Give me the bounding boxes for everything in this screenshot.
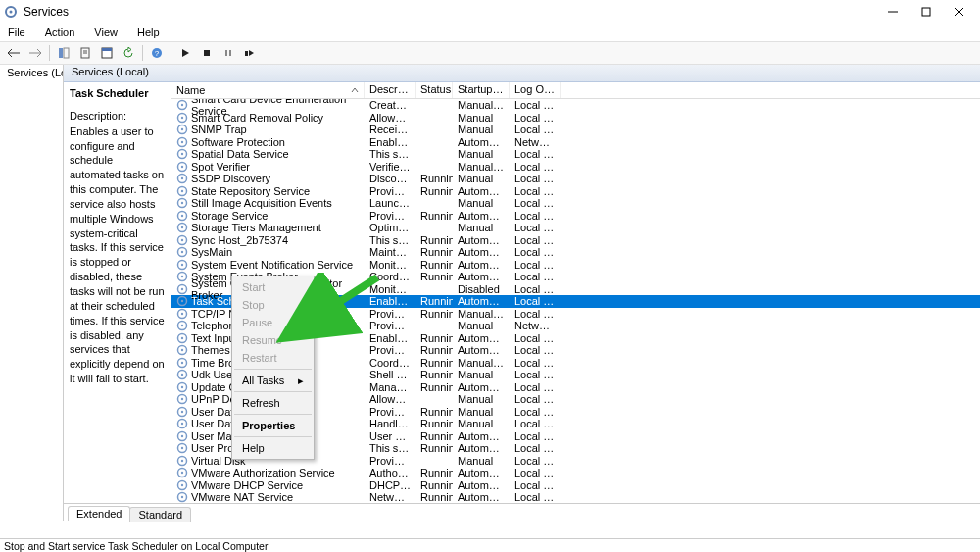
- service-startup: Automatic: [453, 467, 510, 478]
- service-startup: Automatic (…: [453, 210, 510, 222]
- svg-point-78: [181, 447, 183, 449]
- service-description: Shell comp…: [365, 369, 416, 380]
- svg-point-48: [181, 264, 183, 266]
- service-row[interactable]: Storage ServiceProvides en…RunningAutoma…: [172, 210, 980, 223]
- service-name: SNMP Trap: [191, 124, 247, 135]
- service-row[interactable]: VMware DHCP ServiceDHCP servic…RunningAu…: [172, 479, 980, 492]
- close-button[interactable]: [953, 5, 966, 19]
- svg-point-54: [181, 300, 183, 302]
- service-status: Running: [416, 295, 453, 307]
- show-hide-tree-button[interactable]: [54, 44, 74, 62]
- service-description: Launches a…: [365, 197, 416, 209]
- ctx-properties[interactable]: Properties: [232, 417, 314, 434]
- service-row[interactable]: Spatial Data ServiceThis service …Manual…: [172, 148, 980, 161]
- service-status: Running: [416, 332, 453, 344]
- service-logon: Local Syst…: [510, 99, 561, 111]
- service-status: Running: [416, 173, 453, 184]
- service-status: Running: [416, 210, 453, 222]
- tree-root-services[interactable]: Services (Loca: [0, 65, 63, 80]
- service-row[interactable]: State Repository ServiceProvides re…Runn…: [172, 185, 980, 198]
- col-header-name[interactable]: Name: [172, 82, 365, 98]
- service-description: Enables the …: [365, 136, 416, 148]
- service-status: Running: [416, 271, 453, 282]
- service-startup: Manual: [453, 148, 510, 160]
- service-row[interactable]: Smart Card Removal PolicyAllows the s…Ma…: [172, 112, 980, 125]
- svg-point-46: [181, 251, 183, 253]
- col-header-logon[interactable]: Log On As: [510, 82, 561, 98]
- service-row[interactable]: Still Image Acquisition EventsLaunches a…: [172, 197, 980, 210]
- service-row[interactable]: System Event Notification ServiceMonitor…: [172, 259, 980, 272]
- service-logon: Local Servi…: [510, 308, 561, 320]
- col-header-status[interactable]: Status: [416, 82, 453, 98]
- start-service-button[interactable]: [175, 44, 195, 62]
- svg-point-38: [181, 202, 183, 204]
- service-row[interactable]: VMware NAT ServiceNetwork ad…RunningAuto…: [172, 491, 980, 503]
- service-logon: Local Syst…: [510, 491, 561, 503]
- service-description: Provides re…: [365, 185, 416, 197]
- service-row[interactable]: Smart Card Device Enumeration ServiceCre…: [172, 99, 980, 112]
- service-startup: Manual: [453, 112, 510, 124]
- ctx-refresh[interactable]: Refresh: [232, 394, 314, 412]
- svg-point-22: [181, 104, 183, 106]
- service-row[interactable]: SysMainMaintains a…RunningAutomaticLocal…: [172, 246, 980, 259]
- service-status: Running: [416, 246, 453, 258]
- forward-button[interactable]: [25, 44, 45, 62]
- service-description: Coordinates…: [365, 271, 416, 282]
- service-row[interactable]: Sync Host_2b75374This service …RunningAu…: [172, 234, 980, 247]
- service-row[interactable]: Spot VerifierVerifies pot…Manual (Trig…L…: [172, 161, 980, 174]
- maximize-button[interactable]: [919, 5, 933, 19]
- svg-point-72: [181, 411, 183, 413]
- minimize-button[interactable]: [886, 5, 900, 19]
- service-logon: Local Syst…: [510, 442, 561, 454]
- service-startup: Automatic: [453, 295, 510, 307]
- tree-pane[interactable]: Services (Loca: [0, 65, 64, 521]
- menu-view[interactable]: View: [90, 26, 122, 38]
- menu-action[interactable]: Action: [41, 26, 79, 38]
- service-name: Spot Verifier: [191, 161, 250, 173]
- svg-point-84: [181, 484, 183, 486]
- list-header[interactable]: Name Description Status Startup Type Log…: [172, 82, 980, 99]
- properties-button[interactable]: [97, 44, 117, 62]
- col-header-description[interactable]: Description: [365, 82, 416, 98]
- service-logon: Local Syst…: [510, 467, 561, 478]
- service-row[interactable]: Storage Tiers ManagementOptimizes t…Manu…: [172, 222, 980, 234]
- back-button[interactable]: [4, 44, 24, 62]
- help-button[interactable]: ?: [147, 44, 167, 62]
- content: Services (Loca Services (Local) Task Sch…: [0, 65, 980, 521]
- service-name: Storage Service: [191, 210, 268, 222]
- tab-standard[interactable]: Standard: [129, 507, 191, 522]
- menu-help[interactable]: Help: [133, 26, 164, 38]
- service-description: Enables text…: [365, 332, 416, 344]
- restart-service-button[interactable]: [240, 44, 260, 62]
- refresh-button[interactable]: [119, 44, 138, 62]
- service-startup: Automatic: [453, 491, 510, 503]
- tab-extended[interactable]: Extended: [68, 506, 130, 521]
- service-startup: Automatic (…: [453, 234, 510, 246]
- service-row[interactable]: SNMP TrapReceives tra…ManualLocal Servi…: [172, 124, 980, 136]
- service-logon: Local Servi…: [510, 148, 561, 160]
- svg-point-36: [181, 190, 183, 192]
- menu-file[interactable]: File: [4, 26, 29, 38]
- pause-service-button[interactable]: [219, 44, 238, 62]
- stop-service-button[interactable]: [197, 44, 217, 62]
- svg-point-76: [181, 435, 183, 437]
- description-pane: Task Scheduler Description: Enables a us…: [64, 82, 172, 503]
- service-row[interactable]: Software ProtectionEnables the …Automati…: [172, 136, 980, 149]
- service-description: Verifies pot…: [365, 161, 416, 173]
- svg-point-28: [181, 141, 183, 143]
- ctx-help[interactable]: Help: [232, 439, 314, 457]
- service-row[interactable]: VMware Authorization ServiceAuthorizati……: [172, 467, 980, 479]
- svg-point-82: [181, 472, 183, 474]
- service-name: Storage Tiers Management: [191, 222, 321, 233]
- service-row[interactable]: SSDP DiscoveryDiscovers n…RunningManualL…: [172, 173, 980, 185]
- col-header-startup[interactable]: Startup Type: [453, 82, 510, 98]
- service-status: Running: [416, 259, 453, 271]
- svg-point-32: [181, 166, 183, 168]
- svg-point-64: [181, 362, 183, 364]
- export-list-button[interactable]: [75, 44, 95, 62]
- service-startup: Manual (Trig…: [453, 99, 510, 111]
- ctx-all-tasks[interactable]: All Tasks▸: [232, 372, 314, 389]
- service-status: Running: [416, 491, 453, 503]
- selected-service-name: Task Scheduler: [70, 86, 165, 101]
- service-status: Running: [416, 234, 453, 246]
